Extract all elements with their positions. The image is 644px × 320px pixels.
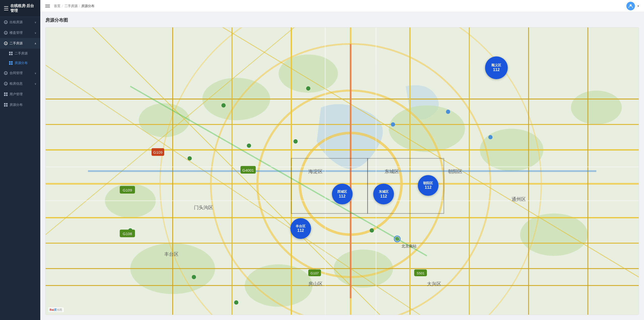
svg-text:东城区: 东城区: [385, 169, 399, 174]
svg-point-58: [488, 135, 493, 139]
baidu-suffix: 度: [54, 308, 57, 311]
map-container[interactable]: 海淀区 东城区 朝阳区 门头沟区 通州区 房山区 大兴区 丰台区: [45, 27, 639, 315]
svg-point-63: [395, 237, 399, 241]
sidebar-item-label: 房源分布: [10, 103, 23, 107]
avatar-dropdown[interactable]: ▾: [637, 4, 639, 8]
svg-point-54: [247, 144, 251, 148]
sidebar-item-label: 出租房源: [10, 20, 23, 24]
baidu-logo: Bai度地图: [48, 307, 64, 312]
logo-icon: [4, 6, 8, 10]
sidebar-sub-label: 二手房源: [15, 51, 28, 56]
app-title: 在线租房·后台管理: [10, 4, 36, 13]
svg-point-51: [221, 103, 226, 108]
svg-text:房山区: 房山区: [308, 281, 323, 286]
breadcrumb-current: 房源分布: [81, 4, 94, 8]
sidebar-logo: 在线租房·后台管理: [0, 0, 40, 17]
header-right: ▾: [626, 2, 639, 10]
page-content: 房源分布图: [40, 12, 644, 320]
sidebar-item-label: 楼盘管理: [10, 30, 23, 35]
svg-point-57: [446, 110, 450, 114]
breadcrumb-sep-1: /: [62, 4, 63, 8]
svg-point-60: [192, 275, 196, 279]
sidebar: 在线租房·后台管理 + 出租房源 ∨ + 楼盘管理 ∨ + 二手房源 ∧ 二手房…: [0, 0, 40, 320]
chevron-down-icon-4: ∨: [35, 82, 36, 85]
breadcrumb: 首页 / 二手房源 / 房源分布: [54, 4, 94, 8]
svg-text:丰台区: 丰台区: [164, 251, 179, 257]
main-content: 首页 / 二手房源 / 房源分布 ▾ 房源分布图: [40, 0, 644, 320]
svg-text:G109: G109: [123, 188, 132, 192]
chevron-down-icon-2: ∨: [35, 31, 36, 34]
gear-icon-3: +: [4, 42, 8, 45]
svg-point-12: [571, 90, 622, 124]
sidebar-item-label: 租房信息: [10, 81, 23, 86]
sidebar-item-rental-info[interactable]: + 租房信息 ∨: [0, 78, 40, 89]
breadcrumb-home[interactable]: 首页: [54, 4, 60, 8]
grid-icon-2: [9, 61, 13, 65]
svg-text:G108: G108: [123, 232, 132, 236]
sidebar-item-label: 二手房源: [10, 41, 23, 46]
svg-point-56: [391, 122, 395, 127]
svg-text:G109: G109: [153, 150, 162, 154]
grid-icon-3: [4, 92, 8, 96]
sidebar-item-contract-mgmt[interactable]: + 合同管理 ∨: [0, 68, 40, 78]
svg-text:海淀区: 海淀区: [308, 169, 323, 174]
baidu-text: Bai: [50, 308, 54, 311]
breadcrumb-sep-2: /: [79, 4, 80, 8]
header: 首页 / 二手房源 / 房源分布 ▾: [40, 0, 644, 12]
gear-icon-2: +: [4, 31, 8, 35]
sidebar-item-label: 合同管理: [10, 71, 23, 75]
sidebar-sub-item-property-dist[interactable]: 房源分布: [0, 58, 40, 68]
svg-text:大兴区: 大兴区: [427, 281, 441, 286]
svg-text:S501: S501: [417, 271, 424, 275]
sidebar-item-user-mgmt[interactable]: 用户管理: [0, 89, 40, 100]
chevron-down-icon-3: ∨: [35, 72, 36, 75]
svg-point-61: [234, 300, 239, 305]
sidebar-item-rent-source[interactable]: + 出租房源 ∨: [0, 17, 40, 27]
svg-text:G4001: G4001: [242, 168, 254, 172]
svg-text:通州区: 通州区: [512, 197, 526, 202]
sidebar-sub-label-2: 房源分布: [15, 61, 28, 65]
page-title: 房源分布图: [45, 17, 639, 23]
svg-text:G107: G107: [311, 271, 319, 275]
sidebar-item-second-hand[interactable]: + 二手房源 ∧: [0, 38, 40, 49]
svg-point-52: [306, 86, 311, 91]
sidebar-item-building-mgmt[interactable]: + 楼盘管理 ∨: [0, 27, 40, 38]
gear-icon: +: [4, 20, 8, 24]
chevron-down-icon: ∨: [35, 21, 36, 24]
chevron-up-icon: ∧: [35, 42, 36, 45]
sidebar-sub-item-second-hand-list[interactable]: 二手房源: [0, 49, 40, 58]
sidebar-item-property-distribution[interactable]: 房源分布: [0, 100, 40, 110]
grid-icon: [9, 52, 13, 55]
svg-point-55: [293, 139, 298, 144]
svg-point-62: [370, 228, 374, 233]
svg-text:北京南站: 北京南站: [401, 244, 417, 248]
breadcrumb-second-hand[interactable]: 二手房源: [64, 4, 78, 8]
svg-text:朝阳区: 朝阳区: [448, 169, 462, 174]
gear-icon-4: +: [4, 71, 8, 75]
gear-icon-5: +: [4, 82, 8, 85]
svg-text:门头沟区: 门头沟区: [194, 205, 213, 210]
sidebar-item-label: 用户管理: [10, 92, 23, 97]
svg-point-53: [188, 156, 192, 161]
grid-icon-4: [4, 103, 8, 107]
collapse-button[interactable]: [45, 5, 50, 8]
avatar[interactable]: [626, 2, 635, 10]
